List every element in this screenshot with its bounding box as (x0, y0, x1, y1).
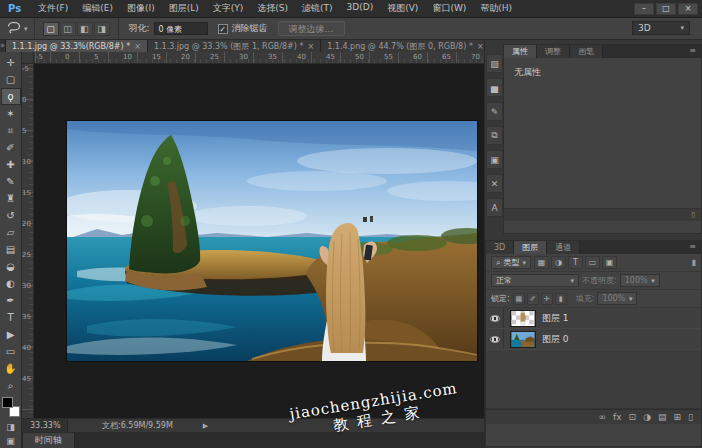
tool-icon: ◨ (6, 422, 15, 432)
tool-button[interactable]: ▭ (1, 343, 21, 360)
filter-button[interactable]: ▭ (585, 256, 600, 269)
collapsed-panel-button[interactable]: ▣ (486, 150, 503, 169)
collapsed-panel-button[interactable]: ▅ (486, 78, 503, 97)
visibility-toggle[interactable] (486, 308, 504, 328)
collapsed-panel-button[interactable]: ⧉ (486, 126, 503, 145)
document-tab[interactable]: 1.1.3.jpg @ 33.3% (图层 1, RGB/8#) * × (148, 40, 321, 52)
selection-mode-button[interactable]: ▢ (43, 22, 59, 36)
tool-button[interactable]: ◒ (1, 258, 21, 275)
filter-switch[interactable]: ▮ (692, 258, 696, 267)
minimize-button[interactable]: – (634, 3, 654, 15)
layers-action-button[interactable]: ∞ (599, 412, 607, 422)
tool-button[interactable]: ↺ (1, 207, 21, 224)
tool-button[interactable]: ✛ (1, 54, 21, 71)
feather-input[interactable]: 0 像素 (154, 22, 208, 35)
tool-button[interactable]: ▣ (1, 434, 21, 448)
tab-timeline[interactable]: 时间轴 (22, 433, 75, 448)
filter-button[interactable]: ▦ (534, 256, 549, 269)
layers-action-button[interactable]: ▤ (658, 412, 667, 422)
layers-action-button[interactable]: ◑ (643, 412, 651, 422)
layer-row[interactable]: 图层 1 (486, 308, 701, 329)
menu-item[interactable]: 3D(D) (340, 0, 381, 17)
tool-button[interactable]: ⌗ (1, 122, 21, 139)
panel-tab[interactable]: 调整 (537, 45, 570, 58)
tool-button[interactable]: ✶ (1, 105, 21, 122)
menu-item[interactable]: 编辑(E) (75, 0, 120, 17)
tool-button[interactable]: ✎ (1, 173, 21, 190)
lock-button[interactable]: ▮ (555, 293, 567, 305)
tool-button[interactable]: ✐ (1, 139, 21, 156)
layer-row[interactable]: 图层 0 (486, 329, 701, 350)
menu-item[interactable]: 文字(Y) (206, 0, 251, 17)
tool-button[interactable]: ▶ (1, 326, 21, 343)
tool-button[interactable]: ⌕ (1, 377, 21, 394)
ruler-tick: 10 (121, 52, 150, 63)
panel-menu-icon[interactable]: ≡ (684, 241, 701, 254)
delete-icon[interactable]: ▯ (691, 211, 695, 219)
maximize-button[interactable]: □ (656, 3, 676, 15)
document-image[interactable] (67, 121, 477, 361)
close-icon[interactable]: × (477, 42, 484, 51)
selection-mode-button[interactable]: ◧ (77, 22, 93, 36)
antialias-checkbox[interactable]: ✓ (218, 24, 228, 34)
layers-action-button[interactable]: ⊡ (629, 412, 637, 422)
tool-button[interactable]: ◨ (1, 420, 21, 434)
document-tab[interactable]: 1.1.4.png @ 44.7% (图层 0, RGB/8) * × (321, 40, 490, 52)
menu-item[interactable]: 选择(S) (250, 0, 295, 17)
collapsed-panel-button[interactable]: ✕ (486, 174, 503, 193)
fill-select[interactable]: 100% ▾ (597, 292, 637, 305)
menu-item[interactable]: 滤镜(T) (295, 0, 340, 17)
close-icon[interactable]: × (307, 42, 314, 51)
refine-edge-button[interactable]: 调整边缘… (278, 21, 345, 36)
layers-action-button[interactable]: fx (613, 412, 622, 422)
panel-tab[interactable]: 画笔 (570, 45, 603, 58)
opacity-select[interactable]: 100% ▾ (620, 274, 660, 287)
zoom-level-field[interactable]: 33.33% (22, 419, 68, 432)
filter-kind-select[interactable]: ⌕ 类型 ▾ (491, 256, 531, 269)
tool-button[interactable]: ▤ (1, 241, 21, 258)
close-icon[interactable]: × (134, 42, 141, 51)
status-expand-arrow[interactable]: ▶ (173, 422, 208, 430)
layers-action-button[interactable]: ⊞ (674, 412, 682, 422)
menu-item[interactable]: 文件(F) (31, 0, 75, 17)
document-tab[interactable]: 1.1.1.jpg @ 33.3%(RGB/8#) * × (6, 40, 148, 52)
lock-button[interactable]: ✐ (527, 293, 539, 305)
tool-button[interactable]: ▱ (1, 224, 21, 241)
selection-mode-button[interactable]: ◨ (94, 22, 110, 36)
close-button[interactable]: × (678, 3, 698, 15)
filter-button[interactable]: T (568, 256, 583, 269)
tool-button[interactable]: ◐ (1, 275, 21, 292)
collapsed-panel-button[interactable]: A (486, 198, 503, 217)
layers-action-button[interactable]: ▯ (688, 412, 693, 422)
menu-item[interactable]: 图层(L) (162, 0, 206, 17)
menu-item[interactable]: 窗口(W) (425, 0, 473, 17)
tool-button[interactable]: ♜ (1, 190, 21, 207)
foreground-color-swatch[interactable] (2, 397, 13, 408)
active-tool-preview[interactable]: ▾ (0, 18, 35, 39)
blend-mode-select[interactable]: 正常 ▾ (491, 274, 579, 287)
panel-menu-icon[interactable]: ≡ (684, 45, 701, 58)
tool-button[interactable]: T (1, 309, 21, 326)
panel-tab[interactable]: 3D (486, 241, 514, 254)
collapsed-panel-button[interactable]: ✎ (486, 102, 503, 121)
collapsed-panel-button[interactable]: ▨ (486, 54, 503, 73)
tool-button[interactable]: ϙ (1, 88, 21, 105)
menu-item[interactable]: 图像(I) (120, 0, 162, 17)
tool-button[interactable]: ✒ (1, 292, 21, 309)
lock-button[interactable]: ✛ (541, 293, 553, 305)
visibility-toggle[interactable] (486, 329, 504, 349)
menu-item[interactable]: 视图(V) (380, 0, 425, 17)
panel-tab[interactable]: 通道 (547, 241, 580, 254)
lock-button[interactable]: ▩ (513, 293, 525, 305)
selection-mode-button[interactable]: ◫ (60, 22, 76, 36)
layer-name: 图层 1 (542, 312, 569, 325)
menu-item[interactable]: 帮助(H) (473, 0, 519, 17)
filter-button[interactable]: ◑ (551, 256, 566, 269)
panel-tab[interactable]: 属性 (504, 45, 537, 58)
panel-tab[interactable]: 图层 (514, 241, 547, 254)
tool-button[interactable]: ✋ (1, 360, 21, 377)
workspace-select[interactable]: 3D ▾ (632, 21, 690, 35)
filter-button[interactable]: ▣ (602, 256, 617, 269)
tool-button[interactable]: ✚ (1, 156, 21, 173)
tool-button[interactable]: ▢ (1, 71, 21, 88)
